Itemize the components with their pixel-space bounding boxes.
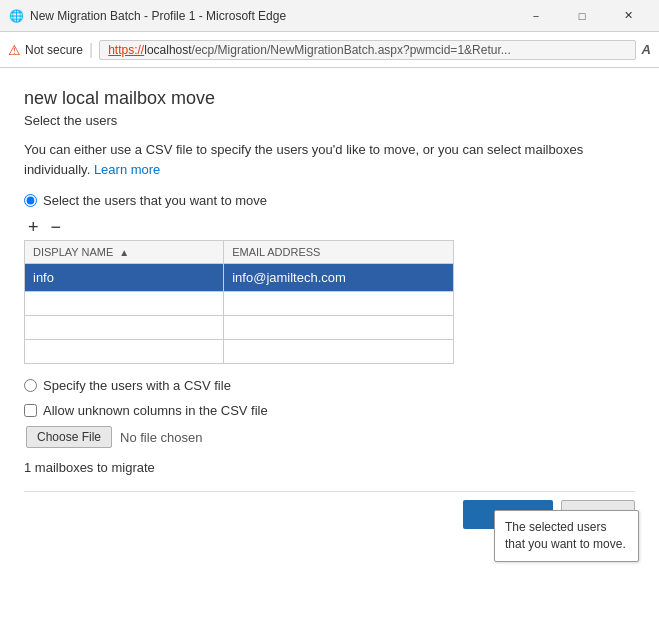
- description: You can either use a CSV file to specify…: [24, 140, 635, 179]
- table-toolbar: + −: [26, 218, 635, 236]
- radio-csv-label: Specify the users with a CSV file: [43, 378, 231, 393]
- table-empty-row: [25, 340, 454, 364]
- unknown-columns-option: Allow unknown columns in the CSV file: [24, 403, 635, 418]
- titlebar: 🌐 New Migration Batch - Profile 1 - Micr…: [0, 0, 659, 32]
- radio-select-users[interactable]: [24, 194, 37, 207]
- maximize-button[interactable]: □: [559, 0, 605, 32]
- tooltip-box: The selected users that you want to move…: [494, 510, 639, 562]
- titlebar-title: New Migration Batch - Profile 1 - Micros…: [30, 9, 513, 23]
- cell-display-name: info: [25, 264, 224, 292]
- reader-icon[interactable]: A: [642, 42, 651, 57]
- mailboxes-count: 1 mailboxes to migrate: [24, 460, 635, 475]
- users-table: DISPLAY NAME ▲ EMAIL ADDRESS infoinfo@ja…: [24, 240, 454, 364]
- security-label: Not secure: [25, 43, 83, 57]
- minimize-button[interactable]: −: [513, 0, 559, 32]
- unknown-columns-checkbox[interactable]: [24, 404, 37, 417]
- col-email-header: EMAIL ADDRESS: [224, 241, 454, 264]
- radio-csv[interactable]: [24, 379, 37, 392]
- table-row[interactable]: infoinfo@jamiltech.com: [25, 264, 454, 292]
- radio-select-users-label: Select the users that you want to move: [43, 193, 267, 208]
- choose-file-button[interactable]: Choose File: [26, 426, 112, 448]
- browser-icon: 🌐: [8, 8, 24, 24]
- add-user-button[interactable]: +: [26, 218, 41, 236]
- separator: |: [89, 41, 93, 59]
- no-file-text: No file chosen: [120, 430, 202, 445]
- url-path: /ecp/Migration/NewMigrationBatch.aspx?pw…: [192, 43, 511, 57]
- cell-email: info@jamiltech.com: [224, 264, 454, 292]
- url-host: localhost: [144, 43, 191, 57]
- url-bar[interactable]: https://localhost/ecp/Migration/NewMigra…: [99, 40, 635, 60]
- table-empty-row: [25, 316, 454, 340]
- warning-icon: ⚠: [8, 42, 21, 58]
- page-title: new local mailbox move: [24, 88, 635, 109]
- addressbar: ⚠ Not secure | https://localhost/ecp/Mig…: [0, 32, 659, 68]
- csv-section: Specify the users with a CSV file Allow …: [24, 378, 635, 448]
- table-wrapper: DISPLAY NAME ▲ EMAIL ADDRESS infoinfo@ja…: [24, 240, 635, 364]
- radio-select-users-option: Select the users that you want to move: [24, 193, 635, 208]
- close-button[interactable]: ✕: [605, 0, 651, 32]
- content-area: new local mailbox move Select the users …: [0, 68, 659, 630]
- unknown-columns-label: Allow unknown columns in the CSV file: [43, 403, 268, 418]
- learn-more-link[interactable]: Learn more: [94, 162, 160, 177]
- security-warning: ⚠ Not secure: [8, 42, 83, 58]
- titlebar-controls: − □ ✕: [513, 0, 651, 32]
- sort-arrow-icon: ▲: [119, 247, 129, 258]
- file-input-row: Choose File No file chosen: [26, 426, 635, 448]
- table-empty-row: [25, 292, 454, 316]
- radio-csv-option: Specify the users with a CSV file: [24, 378, 635, 393]
- col-display-name-header: DISPLAY NAME ▲: [25, 241, 224, 264]
- url-https: https://: [108, 43, 144, 57]
- tooltip-text: The selected users that you want to move…: [505, 520, 626, 551]
- table-header-row: DISPLAY NAME ▲ EMAIL ADDRESS: [25, 241, 454, 264]
- remove-user-button[interactable]: −: [49, 218, 64, 236]
- page-subtitle: Select the users: [24, 113, 635, 128]
